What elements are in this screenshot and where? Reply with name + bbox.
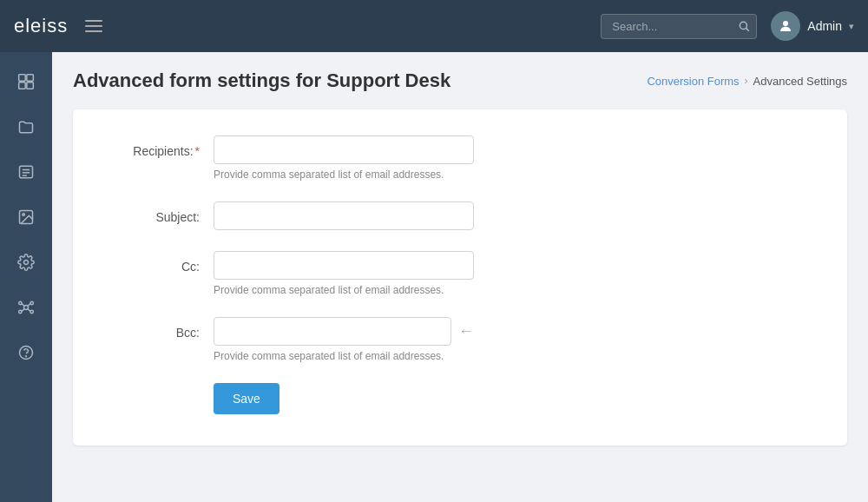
save-row: Save <box>104 383 816 414</box>
cc-label: Cc: <box>104 251 200 274</box>
svg-line-1 <box>746 29 749 31</box>
sidebar-item-media[interactable] <box>7 198 45 236</box>
svg-point-18 <box>30 310 33 313</box>
cc-field-wrap: Provide comma separated list of email ad… <box>214 251 474 296</box>
recipients-input[interactable] <box>214 135 474 164</box>
chevron-down-icon: ▾ <box>849 21 854 32</box>
search-input[interactable] <box>601 14 757 39</box>
bcc-input[interactable] <box>214 317 451 346</box>
svg-line-20 <box>28 303 30 306</box>
svg-rect-3 <box>19 75 26 82</box>
main-layout: Advanced form settings for Support Desk … <box>0 52 868 502</box>
svg-rect-4 <box>27 75 34 82</box>
bcc-hint: Provide comma separated list of email ad… <box>214 350 474 362</box>
svg-rect-6 <box>27 83 34 89</box>
svg-point-2 <box>783 21 788 26</box>
svg-point-16 <box>30 301 33 304</box>
svg-line-21 <box>22 308 24 311</box>
bcc-label: Bcc: <box>104 317 200 340</box>
search-icon[interactable] <box>738 20 750 32</box>
hamburger-line <box>85 30 102 32</box>
hamburger-button[interactable] <box>82 17 106 36</box>
save-button[interactable]: Save <box>214 383 279 414</box>
recipients-label: Recipients:* <box>104 135 200 158</box>
recipients-row: Recipients:* Provide comma separated lis… <box>104 135 816 181</box>
arrow-left-icon: ← <box>458 322 474 340</box>
navbar: eleiss Admin ▾ <box>0 0 868 52</box>
breadcrumb: Conversion Forms › Advanced Settings <box>647 75 847 88</box>
svg-point-13 <box>24 261 29 265</box>
breadcrumb-separator: › <box>745 75 748 87</box>
search-container <box>601 14 757 39</box>
svg-point-12 <box>23 214 24 216</box>
subject-row: Subject: <box>104 201 816 230</box>
cc-hint: Provide comma separated list of email ad… <box>214 284 474 296</box>
page-title: Advanced form settings for Support Desk <box>73 69 450 92</box>
sidebar-item-settings[interactable] <box>7 243 45 281</box>
sidebar-item-list[interactable] <box>7 153 45 191</box>
svg-rect-5 <box>19 83 26 89</box>
cc-row: Cc: Provide comma separated list of emai… <box>104 251 816 296</box>
sidebar-item-dashboard[interactable] <box>7 63 45 101</box>
hamburger-line <box>85 20 102 22</box>
svg-point-0 <box>740 22 747 29</box>
svg-line-19 <box>22 303 24 306</box>
avatar <box>771 11 800 41</box>
username-label: Admin <box>807 19 842 33</box>
form-card: Recipients:* Provide comma separated lis… <box>73 109 847 446</box>
sidebar-item-help[interactable] <box>7 334 45 372</box>
subject-field-wrap <box>214 201 474 230</box>
recipients-field-wrap: Provide comma separated list of email ad… <box>214 135 474 181</box>
bcc-input-row: ← <box>214 317 474 346</box>
cc-input[interactable] <box>214 251 474 280</box>
recipients-hint: Provide comma separated list of email ad… <box>214 168 474 181</box>
subject-input[interactable] <box>214 201 474 230</box>
svg-line-22 <box>28 308 30 311</box>
hamburger-line <box>85 25 102 27</box>
sidebar <box>0 52 52 502</box>
svg-point-15 <box>19 301 22 304</box>
svg-point-24 <box>26 356 27 357</box>
subject-label: Subject: <box>104 201 200 224</box>
user-area[interactable]: Admin ▾ <box>771 11 854 41</box>
sidebar-item-folder[interactable] <box>7 108 45 146</box>
svg-point-17 <box>19 310 22 313</box>
brand-logo: eleiss <box>14 15 68 37</box>
main-content: Advanced form settings for Support Desk … <box>52 52 868 502</box>
sidebar-item-integrations[interactable] <box>7 288 45 327</box>
required-star: * <box>195 144 200 158</box>
breadcrumb-current: Advanced Settings <box>753 75 847 88</box>
bcc-row: Bcc: ← Provide comma separated list of e… <box>104 317 816 362</box>
breadcrumb-parent-link[interactable]: Conversion Forms <box>647 75 739 88</box>
bcc-field-wrap: ← Provide comma separated list of email … <box>214 317 474 362</box>
page-header: Advanced form settings for Support Desk … <box>73 69 847 92</box>
